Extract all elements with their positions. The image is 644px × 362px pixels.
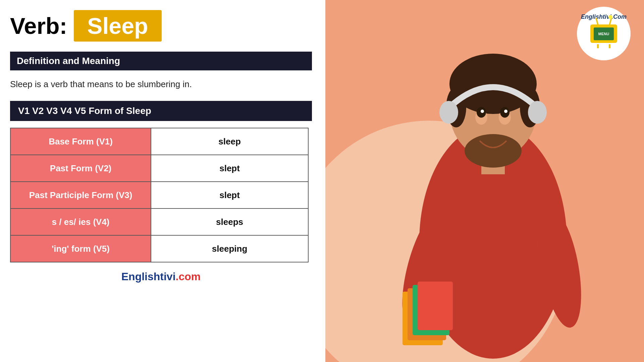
logo-circle: Englishtivi.Com MENU	[577, 7, 631, 60]
logo-tv-icon: MENU	[590, 24, 617, 43]
table-value-3: sleeps	[151, 208, 308, 235]
logo-top-text: Englishtivi.Com	[581, 13, 627, 20]
forms-heading: V1 V2 V3 V4 V5 Form of Sleep	[10, 101, 312, 121]
definition-text: Sleep is a verb that means to be slumber…	[10, 78, 312, 91]
verb-label: Verb:	[10, 13, 67, 39]
verb-title-row: Verb: Sleep	[10, 10, 312, 42]
table-label-1: Past Form (V2)	[10, 155, 151, 182]
person-svg	[376, 40, 610, 362]
table-row: Past Form (V2) slept	[10, 155, 308, 182]
footer-blue-text: Englishtivi	[121, 270, 176, 283]
svg-rect-20	[418, 282, 453, 330]
verb-forms-table: Base Form (V1) sleep Past Form (V2) slep…	[10, 128, 309, 262]
footer-red-text: .com	[176, 270, 201, 283]
logo-tv-inner-text: MENU	[598, 32, 609, 36]
table-label-3: s / es/ ies (V4)	[10, 208, 151, 235]
table-label-4: 'ing' form (V5)	[10, 235, 151, 262]
definition-heading: Definition and Meaning	[10, 52, 312, 70]
right-panel: Englishtivi.Com MENU	[325, 0, 644, 362]
table-value-1: slept	[151, 155, 308, 182]
left-panel: Verb: Sleep Definition and Meaning Sleep…	[0, 0, 325, 362]
table-label-2: Past Participle Form (V3)	[10, 182, 151, 208]
table-row: s / es/ ies (V4) sleeps	[10, 208, 308, 235]
person-image	[342, 27, 644, 362]
verb-word: Sleep	[87, 13, 148, 39]
table-label-0: Base Form (V1)	[10, 128, 151, 155]
footer: Englishtivi.com	[10, 270, 312, 283]
table-value-4: sleeping	[151, 235, 308, 262]
table-row: Base Form (V1) sleep	[10, 128, 308, 155]
svg-point-12	[504, 110, 507, 113]
table-row: Past Participle Form (V3) slept	[10, 182, 308, 208]
verb-word-box: Sleep	[74, 10, 161, 42]
svg-point-13	[439, 101, 458, 124]
table-value-0: sleep	[151, 128, 308, 155]
svg-point-6	[465, 134, 522, 168]
svg-point-14	[528, 101, 547, 124]
table-row: 'ing' form (V5) sleeping	[10, 235, 308, 262]
table-value-2: slept	[151, 182, 308, 208]
logo-tv-screen: MENU	[594, 27, 614, 40]
svg-point-11	[481, 110, 484, 113]
